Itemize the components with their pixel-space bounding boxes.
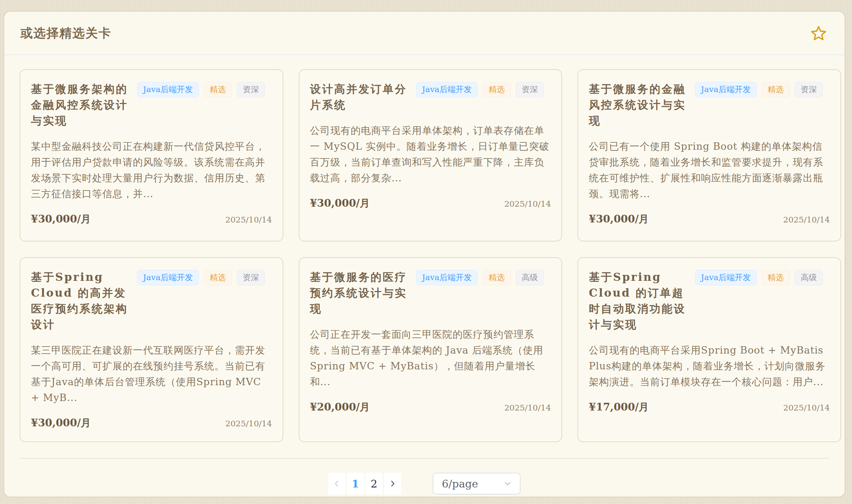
card-title: 基于Spring Cloud 的订单超时自动取消功能设计与实现 xyxy=(589,269,695,332)
card-footer: ¥30,000/月 2025/10/14 xyxy=(31,416,272,430)
card-top: 基于微服务架构的金融风控系统设计与实现 Java后端开发 精选 资深 xyxy=(31,81,272,129)
card-top: 基于微服务的医疗预约系统设计与实现 Java后端开发 精选 高级 xyxy=(310,269,551,317)
chevron-left-icon xyxy=(332,479,341,488)
tag-level: 资深 xyxy=(516,82,544,97)
page-size-value: 6/page xyxy=(442,478,478,490)
price-label: ¥30,000/月 xyxy=(31,212,91,226)
card-tags: Java后端开发 精选 高级 xyxy=(695,269,830,285)
card-footer: ¥30,000/月 2025/10/14 xyxy=(589,212,830,226)
card-top: 设计高并发订单分片系统 Java后端开发 精选 资深 xyxy=(310,81,551,113)
featured-levels-panel: 或选择精选关卡 基于微服务架构的金融风控系统设计与实现 Java后端开发 精选 xyxy=(4,11,845,497)
tag-category: Java后端开发 xyxy=(137,82,199,97)
star-icon xyxy=(811,25,827,41)
prev-page-button[interactable] xyxy=(328,473,345,495)
card-tags: Java后端开发 精选 资深 xyxy=(695,81,830,97)
card-top: 基于Spring Cloud 的高并发医疗预约系统架构设计 Java后端开发 精… xyxy=(31,269,272,332)
card-title: 基于微服务的金融风控系统设计与实现 xyxy=(589,81,695,129)
tag-category: Java后端开发 xyxy=(695,270,757,285)
card-title: 基于微服务的医疗预约系统设计与实现 xyxy=(310,269,416,317)
card-footer: ¥30,000/月 2025/10/14 xyxy=(31,212,272,226)
level-card[interactable]: 基于微服务的金融风控系统设计与实现 Java后端开发 精选 资深 公司已有一个使… xyxy=(577,69,841,241)
chevron-down-icon xyxy=(503,479,512,488)
level-card[interactable]: 基于Spring Cloud 的订单超时自动取消功能设计与实现 Java后端开发… xyxy=(577,257,841,442)
card-description: 公司已有一个使用 Spring Boot 构建的单体架构信贷审批系统，随着业务增… xyxy=(589,138,830,202)
tag-featured: 精选 xyxy=(204,82,232,97)
level-card[interactable]: 设计高并发订单分片系统 Java后端开发 精选 资深 公司现有的电商平台采用单体… xyxy=(299,69,562,241)
tag-featured: 精选 xyxy=(483,270,511,285)
page-size-select[interactable]: 6/page xyxy=(433,473,521,495)
date-label: 2025/10/14 xyxy=(504,199,551,208)
tag-featured: 精选 xyxy=(762,270,790,285)
card-description: 公司现有的电商平台采用Spring Boot + MyBatis Plus构建的… xyxy=(589,342,830,390)
chevron-right-icon xyxy=(388,479,397,488)
price-label: ¥20,000/月 xyxy=(310,400,370,414)
card-tags: Java后端开发 精选 资深 xyxy=(137,81,272,97)
level-card[interactable]: 基于微服务架构的金融风控系统设计与实现 Java后端开发 精选 资深 某中型金融… xyxy=(20,69,283,241)
card-title: 基于微服务架构的金融风控系统设计与实现 xyxy=(31,81,137,129)
price-label: ¥30,000/月 xyxy=(31,416,91,430)
tag-level: 资深 xyxy=(237,270,265,285)
tag-featured: 精选 xyxy=(483,82,511,97)
card-tags: Java后端开发 精选 资深 xyxy=(416,81,551,97)
tag-category: Java后端开发 xyxy=(137,270,199,285)
date-label: 2025/10/14 xyxy=(225,215,272,224)
card-title: 基于Spring Cloud 的高并发医疗预约系统架构设计 xyxy=(31,269,137,332)
card-footer: ¥30,000/月 2025/10/14 xyxy=(310,196,551,211)
tag-level: 资深 xyxy=(795,82,823,97)
page-number-1[interactable]: 1 xyxy=(347,473,364,495)
footer-divider xyxy=(20,458,829,459)
card-tags: Java后端开发 精选 资深 xyxy=(137,269,272,285)
date-label: 2025/10/14 xyxy=(504,403,551,412)
pager: 1 2 xyxy=(328,473,401,495)
card-top: 基于微服务的金融风控系统设计与实现 Java后端开发 精选 资深 xyxy=(589,81,830,129)
panel-header: 或选择精选关卡 xyxy=(4,12,845,54)
tag-category: Java后端开发 xyxy=(416,82,478,97)
card-title: 设计高并发订单分片系统 xyxy=(310,81,416,113)
price-label: ¥30,000/月 xyxy=(310,196,370,211)
page: 或选择精选关卡 基于微服务架构的金融风控系统设计与实现 Java后端开发 精选 xyxy=(0,0,852,504)
date-label: 2025/10/14 xyxy=(783,215,830,224)
tag-category: Java后端开发 xyxy=(695,82,757,97)
card-description: 某三甲医院正在建设新一代互联网医疗平台，需开发一个高可用、可扩展的在线预约挂号系… xyxy=(31,342,272,406)
tag-featured: 精选 xyxy=(762,82,790,97)
tag-category: Java后端开发 xyxy=(416,270,478,285)
tag-featured: 精选 xyxy=(204,270,232,285)
level-card[interactable]: 基于Spring Cloud 的高并发医疗预约系统架构设计 Java后端开发 精… xyxy=(20,257,283,442)
favorite-star-button[interactable] xyxy=(809,23,828,43)
next-page-button[interactable] xyxy=(384,473,401,495)
card-tags: Java后端开发 精选 高级 xyxy=(416,269,551,285)
pagination: 1 2 6/page xyxy=(4,473,845,495)
tag-level: 高级 xyxy=(795,270,823,285)
card-footer: ¥20,000/月 2025/10/14 xyxy=(310,400,551,414)
date-label: 2025/10/14 xyxy=(783,403,830,412)
tag-level: 资深 xyxy=(237,82,265,97)
page-number-2[interactable]: 2 xyxy=(366,473,382,495)
tag-level: 高级 xyxy=(516,270,544,285)
cards-grid: 基于微服务架构的金融风控系统设计与实现 Java后端开发 精选 资深 某中型金融… xyxy=(4,55,845,442)
date-label: 2025/10/14 xyxy=(225,419,272,428)
card-top: 基于Spring Cloud 的订单超时自动取消功能设计与实现 Java后端开发… xyxy=(589,269,830,332)
card-description: 公司现有的电商平台采用单体架构，订单表存储在单一 MySQL 实例中。随着业务增… xyxy=(310,123,551,186)
card-footer: ¥17,000/月 2025/10/14 xyxy=(589,400,830,414)
card-description: 公司正在开发一套面向三甲医院的医疗预约管理系统，当前已有基于单体架构的 Java… xyxy=(310,327,551,390)
level-card[interactable]: 基于微服务的医疗预约系统设计与实现 Java后端开发 精选 高级 公司正在开发一… xyxy=(299,257,562,442)
price-label: ¥17,000/月 xyxy=(589,400,649,414)
price-label: ¥30,000/月 xyxy=(589,212,649,226)
card-description: 某中型金融科技公司正在构建新一代信贷风控平台，用于评估用户贷款申请的风险等级。该… xyxy=(31,138,272,202)
page-title: 或选择精选关卡 xyxy=(20,25,111,41)
